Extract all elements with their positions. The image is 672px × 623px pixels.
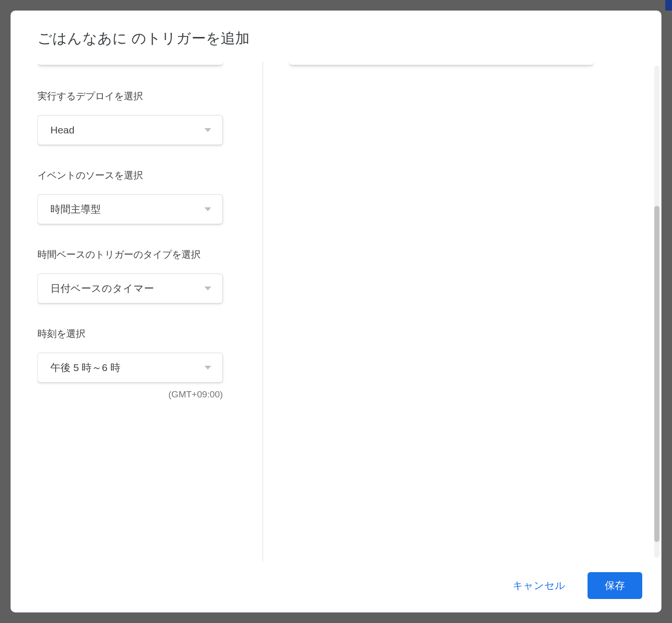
deploy-select-value: Head: [50, 124, 74, 136]
save-button[interactable]: 保存: [588, 572, 642, 599]
previous-card-edge-right: [289, 62, 593, 65]
time-of-day-label: 時刻を選択: [37, 327, 248, 340]
scrollbar-thumb[interactable]: [654, 206, 660, 542]
trigger-type-label: 時間ベースのトリガーのタイプを選択: [37, 248, 248, 261]
event-source-select-wrapper: 時間主導型: [37, 194, 223, 224]
dialog-title: ごはんなあに のトリガーを追加: [37, 29, 635, 48]
form-left-column: 実行するデプロイを選択 Head イベントのソースを選択 時間主導型: [37, 62, 263, 562]
previous-card-edge: [37, 62, 223, 65]
deploy-select-wrapper: Head: [37, 115, 223, 145]
cancel-button[interactable]: キャンセル: [504, 573, 574, 598]
event-source-group: イベントのソースを選択 時間主導型: [37, 169, 248, 224]
trigger-type-select[interactable]: 日付ベースのタイマー: [37, 274, 223, 303]
deploy-group: 実行するデプロイを選択 Head: [37, 90, 248, 145]
add-trigger-dialog: ごはんなあに のトリガーを追加 実行するデプロイを選択 Head イベントのソー…: [11, 11, 661, 612]
dialog-header: ごはんなあに のトリガーを追加: [11, 11, 661, 62]
dialog-body: 実行するデプロイを選択 Head イベントのソースを選択 時間主導型: [11, 62, 661, 562]
time-of-day-select-wrapper: 午後 5 時～6 時: [37, 353, 223, 383]
form-right-column: [263, 62, 635, 562]
trigger-type-group: 時間ベースのトリガーのタイプを選択 日付ベースのタイマー: [37, 248, 248, 303]
dialog-footer: キャンセル 保存: [11, 562, 661, 612]
deploy-label: 実行するデプロイを選択: [37, 90, 248, 103]
event-source-select-value: 時間主導型: [50, 203, 101, 216]
time-of-day-group: 時刻を選択 午後 5 時～6 時: [37, 327, 248, 383]
deploy-select[interactable]: Head: [37, 115, 223, 145]
event-source-label: イベントのソースを選択: [37, 169, 248, 182]
time-of-day-select[interactable]: 午後 5 時～6 時: [37, 353, 223, 383]
event-source-select[interactable]: 時間主導型: [37, 194, 223, 224]
time-of-day-select-value: 午後 5 時～6 時: [50, 361, 120, 374]
trigger-type-select-wrapper: 日付ベースのタイマー: [37, 274, 223, 303]
timezone-note: (GMT+09:00): [37, 389, 223, 400]
trigger-type-select-value: 日付ベースのタイマー: [50, 282, 154, 295]
background-accent: [665, 0, 672, 11]
